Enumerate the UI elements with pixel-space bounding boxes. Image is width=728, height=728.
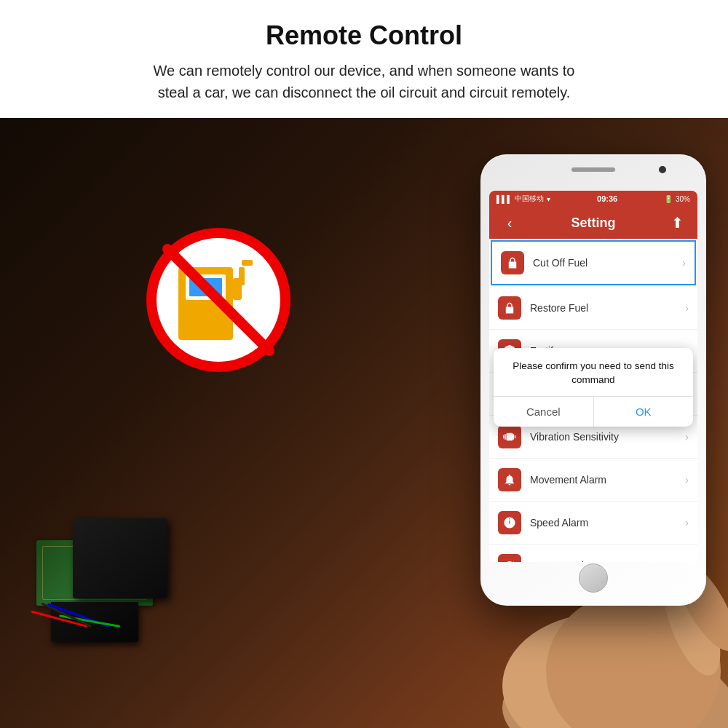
speed-alarm-icon [503, 516, 516, 529]
cut-off-fuel-label: Cut Off Fuel [533, 257, 682, 269]
menu-item-movement-alarm[interactable]: Movement Alarm › [489, 459, 697, 502]
remote-reboot-icon-wrap [498, 554, 521, 562]
status-left: ▌▌▌ 中国移动 ▾ [496, 194, 550, 204]
restore-fuel-icon [503, 301, 516, 314]
vibration-chevron: › [685, 431, 689, 443]
menu-item-cut-off-fuel[interactable]: Cut Off Fuel › [491, 240, 696, 285]
cut-off-fuel-icon-wrap [501, 251, 524, 274]
restore-fuel-icon-wrap [498, 296, 521, 320]
restore-fuel-label: Restore Fuel [530, 302, 685, 314]
menu-item-speed-alarm[interactable]: Speed Alarm › [489, 502, 697, 545]
page-title: Remote Control [44, 20, 684, 51]
header-section: Remote Control We can remotely control o… [0, 0, 728, 118]
device-body [73, 518, 167, 598]
dialog-message: Please confirm you need to send this com… [494, 348, 693, 396]
carrier-name: 中国移动 [515, 194, 544, 204]
svg-rect-6 [242, 260, 253, 266]
remote-reboot-label: Remote Reboot [530, 560, 685, 562]
status-time: 09:36 [597, 194, 617, 203]
menu-item-remote-reboot[interactable]: Remote Reboot › [489, 545, 697, 562]
vibration-icon-wrap [498, 425, 521, 448]
hardware-device [29, 453, 233, 642]
dialog-ok-button[interactable]: OK [594, 397, 694, 427]
back-button[interactable]: ‹ [499, 215, 520, 232]
app-header: ‹ Setting ⬆ [489, 207, 697, 239]
phone-shell: ▌▌▌ 中国移动 ▾ 09:36 🔋 30% ‹ Setting ⬆ [480, 154, 706, 606]
signal-icon: ▌▌▌ [496, 195, 512, 203]
phone-camera [659, 166, 666, 173]
phone-speaker [571, 167, 615, 172]
no-fuel-sign [146, 227, 291, 373]
bottom-section: ▌▌▌ 中国移动 ▾ 09:36 🔋 30% ‹ Setting ⬆ [0, 118, 728, 728]
remote-reboot-icon [503, 559, 516, 562]
vibration-icon [503, 430, 516, 443]
svg-rect-5 [239, 267, 245, 285]
menu-list: Cut Off Fuel › Restore Fuel › [489, 240, 697, 562]
wifi-icon: ▾ [547, 195, 550, 203]
movement-alarm-chevron: › [685, 474, 689, 486]
phone-screen: ▌▌▌ 中国移动 ▾ 09:36 🔋 30% ‹ Setting ⬆ [489, 191, 697, 562]
fuel-cut-icon [506, 256, 519, 269]
speed-alarm-chevron: › [685, 517, 689, 529]
confirm-dialog: Please confirm you need to send this com… [494, 348, 693, 427]
status-bar: ▌▌▌ 中国移动 ▾ 09:36 🔋 30% [489, 191, 697, 207]
speed-alarm-label: Speed Alarm [530, 517, 685, 529]
vibration-label: Vibration Sensitivity [530, 431, 685, 443]
phone-container: ▌▌▌ 中国移动 ▾ 09:36 🔋 30% ‹ Setting ⬆ [422, 132, 728, 728]
movement-alarm-label: Movement Alarm [530, 474, 685, 486]
cut-off-fuel-chevron: › [682, 257, 686, 269]
dialog-cancel-button[interactable]: Cancel [494, 397, 594, 427]
movement-alarm-icon-wrap [498, 468, 521, 491]
remote-reboot-chevron: › [685, 560, 689, 562]
battery-icon: 🔋 [664, 195, 673, 203]
movement-alarm-icon [503, 473, 516, 486]
speed-alarm-icon-wrap [498, 511, 521, 534]
phone-home-button[interactable] [579, 563, 608, 593]
status-right: 🔋 30% [664, 195, 690, 203]
page-subtitle: We can remotely control our device, and … [44, 60, 684, 103]
save-button[interactable]: ⬆ [667, 214, 687, 232]
dialog-buttons: Cancel OK [494, 396, 693, 427]
menu-item-restore-fuel[interactable]: Restore Fuel › [489, 287, 697, 330]
battery-level: 30% [676, 195, 690, 203]
restore-fuel-chevron: › [685, 302, 689, 314]
app-title: Setting [520, 215, 667, 231]
